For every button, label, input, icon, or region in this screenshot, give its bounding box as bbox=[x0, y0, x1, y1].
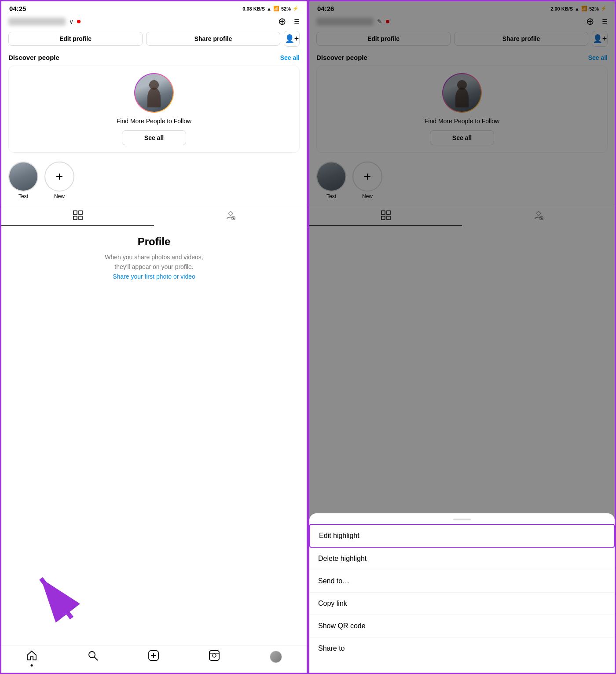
status-time-right: 04:26 bbox=[317, 5, 334, 12]
reels-icon bbox=[209, 650, 220, 661]
edit-icon-right[interactable]: ✎ bbox=[377, 18, 382, 25]
right-phone: 04:26 2.00 KB/S ▲ 📶 52% ⚡ ✎ ⊕ ≡ Edit pro… bbox=[308, 0, 616, 674]
top-nav-left: ∨ ⊕ ≡ bbox=[1, 14, 307, 31]
nav-left-group-right: ✎ bbox=[316, 18, 389, 26]
add-people-icon-right[interactable]: 👤+ bbox=[592, 31, 608, 47]
add-people-icon[interactable]: 👤+ bbox=[284, 31, 300, 47]
add-post-icon-right[interactable]: ⊕ bbox=[586, 16, 594, 27]
top-nav-right: ✎ ⊕ ≡ bbox=[309, 14, 615, 31]
svg-rect-14 bbox=[209, 651, 219, 660]
nav-add[interactable] bbox=[148, 650, 159, 664]
discover-avatar-image-right bbox=[443, 74, 481, 112]
story-circle-test[interactable] bbox=[8, 162, 38, 192]
discover-title-right: Discover people bbox=[316, 54, 367, 61]
nav-home[interactable] bbox=[26, 650, 37, 664]
edit-profile-button[interactable]: Edit profile bbox=[8, 32, 143, 46]
story-image-test bbox=[9, 162, 37, 191]
share-first-photo-link[interactable]: Share your first photo or video bbox=[113, 273, 195, 280]
tab-tagged-right[interactable] bbox=[462, 205, 615, 226]
arrow-svg bbox=[28, 561, 89, 622]
story-item-test-right[interactable]: Test bbox=[316, 162, 346, 199]
sheet-send-to[interactable]: Send to… bbox=[309, 570, 615, 593]
discover-section-right: Discover people See all Find More People… bbox=[309, 52, 615, 158]
stories-row-right: Test + New bbox=[309, 158, 615, 205]
left-phone: 04:25 0.08 KB/S ▲ 📶 52% ⚡ ∨ ⊕ ≡ Edit pro… bbox=[0, 0, 308, 674]
sheet-share-to[interactable]: Share to bbox=[309, 637, 615, 659]
discover-title-left: Discover people bbox=[8, 54, 59, 61]
discover-section-left: Discover people See all Find More People… bbox=[1, 52, 307, 158]
notification-dot-left bbox=[77, 20, 81, 23]
sheet-handle bbox=[453, 519, 471, 520]
status-bar-left: 04:25 0.08 KB/S ▲ 📶 52% ⚡ bbox=[1, 1, 307, 14]
arrow-annotation bbox=[28, 561, 89, 624]
wifi-icon-right: ▲ bbox=[575, 6, 579, 11]
notification-dot-right bbox=[386, 20, 389, 23]
profile-buttons-right: Edit profile Share profile 👤+ bbox=[309, 31, 615, 52]
profile-avatar-thumb bbox=[270, 651, 282, 663]
discover-card-left: Find More People to Follow See all bbox=[8, 66, 300, 153]
story-item-new-right[interactable]: + New bbox=[352, 162, 382, 199]
add-post-icon[interactable]: ⊕ bbox=[278, 16, 286, 27]
tab-bar-mid-right bbox=[309, 205, 615, 227]
story-item-new[interactable]: + New bbox=[44, 162, 74, 199]
tab-grid-right[interactable] bbox=[309, 205, 462, 226]
svg-point-15 bbox=[213, 654, 216, 657]
stories-row-left: Test + New bbox=[1, 158, 307, 205]
discover-see-all-link-right[interactable]: See all bbox=[588, 54, 608, 61]
discover-card-btn[interactable]: See all bbox=[122, 130, 186, 145]
bottom-nav-left bbox=[1, 645, 307, 673]
share-profile-button[interactable]: Share profile bbox=[146, 32, 280, 46]
edit-profile-button-right[interactable]: Edit profile bbox=[316, 32, 451, 46]
sheet-copy-link[interactable]: Copy link bbox=[309, 593, 615, 615]
discover-card-text: Find More People to Follow bbox=[117, 117, 191, 126]
search-icon bbox=[87, 650, 99, 661]
profile-buttons-left: Edit profile Share profile 👤+ bbox=[1, 31, 307, 52]
tab-tagged[interactable] bbox=[154, 205, 307, 226]
sheet-show-qr[interactable]: Show QR code bbox=[309, 615, 615, 637]
battery-icon-right: ⚡ bbox=[601, 6, 607, 11]
tab-bar-mid-left bbox=[1, 205, 307, 227]
chevron-down-icon[interactable]: ∨ bbox=[69, 18, 73, 25]
nav-search[interactable] bbox=[87, 650, 99, 664]
discover-avatar-right bbox=[442, 73, 482, 113]
nav-right-group: ⊕ ≡ bbox=[278, 16, 300, 27]
story-add-circle-right[interactable]: + bbox=[352, 162, 382, 192]
battery-left: 52% bbox=[281, 6, 291, 11]
grid-icon-right bbox=[381, 210, 391, 220]
svg-rect-0 bbox=[73, 211, 77, 214]
story-item-test[interactable]: Test bbox=[8, 162, 38, 199]
menu-icon-right[interactable]: ≡ bbox=[602, 16, 608, 27]
sheet-edit-highlight[interactable]: Edit highlight bbox=[309, 524, 615, 548]
share-profile-button-right[interactable]: Share profile bbox=[454, 32, 588, 46]
main-content-left: Profile When you share photos and videos… bbox=[1, 227, 307, 291]
story-add-circle[interactable]: + bbox=[44, 162, 74, 192]
svg-rect-18 bbox=[387, 211, 390, 214]
wifi-icon: ▲ bbox=[267, 6, 271, 11]
svg-rect-3 bbox=[79, 216, 82, 220]
home-active-dot bbox=[31, 664, 33, 667]
tab-grid[interactable] bbox=[1, 205, 154, 226]
status-icons-right: 2.00 KB/S ▲ 📶 52% ⚡ bbox=[550, 6, 607, 11]
discover-avatar-left bbox=[134, 73, 174, 113]
menu-icon[interactable]: ≡ bbox=[294, 16, 300, 27]
nav-profile[interactable] bbox=[270, 651, 282, 663]
story-label-new: New bbox=[54, 193, 65, 199]
sheet-delete-highlight[interactable]: Delete highlight bbox=[309, 548, 615, 570]
story-circle-test-right[interactable] bbox=[316, 162, 346, 192]
data-speed-right: 2.00 KB/S bbox=[550, 6, 573, 11]
svg-rect-2 bbox=[73, 216, 77, 220]
discover-card-btn-right[interactable]: See all bbox=[430, 130, 494, 145]
battery-icon: ⚡ bbox=[293, 6, 299, 11]
status-time-left: 04:25 bbox=[9, 5, 26, 12]
signal-icon-right: 📶 bbox=[581, 6, 587, 11]
nav-right-group-right: ⊕ ≡ bbox=[586, 16, 608, 27]
nav-reels[interactable] bbox=[209, 650, 220, 664]
username-blur-right bbox=[316, 18, 374, 26]
discover-see-all-link[interactable]: See all bbox=[280, 54, 300, 61]
username-blur-left bbox=[8, 18, 66, 26]
tagged-icon bbox=[226, 210, 235, 220]
home-icon bbox=[26, 650, 37, 661]
svg-rect-17 bbox=[381, 211, 385, 214]
discover-avatar-image bbox=[135, 74, 173, 112]
discover-card-text-right: Find More People to Follow bbox=[425, 117, 499, 126]
